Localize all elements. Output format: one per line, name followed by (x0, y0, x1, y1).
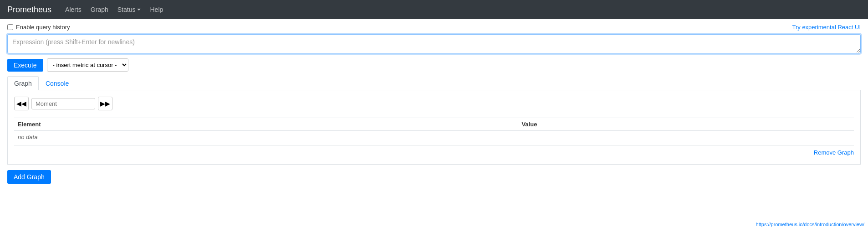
tabs: Graph Console (7, 76, 861, 90)
table-body: no data (14, 131, 854, 144)
enable-history-checkbox[interactable] (7, 24, 13, 30)
no-data-value-cell (518, 131, 854, 144)
table-row: no data (14, 131, 854, 144)
nav-alerts[interactable]: Alerts (61, 0, 86, 19)
metric-select[interactable]: - insert metric at cursor - (47, 58, 128, 72)
chevron-down-icon (137, 9, 141, 10)
navbar: Prometheus Alerts Graph Status Help (0, 0, 868, 19)
column-element: Element (14, 118, 518, 131)
time-back-button[interactable]: ◀◀ (14, 97, 29, 110)
remove-graph-link[interactable]: Remove Graph (814, 149, 854, 156)
double-right-icon: ▶▶ (100, 100, 110, 107)
time-forward-button[interactable]: ▶▶ (98, 97, 112, 110)
execute-button[interactable]: Execute (7, 59, 43, 72)
nav-graph[interactable]: Graph (86, 0, 113, 19)
add-graph-section: Add Graph (7, 170, 861, 184)
add-graph-button[interactable]: Add Graph (7, 170, 51, 184)
tab-graph[interactable]: Graph (7, 76, 39, 90)
top-bar: Enable query history Try experimental Re… (7, 24, 861, 31)
nav-status-label: Status (117, 6, 136, 13)
moment-input[interactable] (31, 98, 95, 109)
try-react-ui-link[interactable]: Try experimental React UI (792, 24, 861, 31)
column-value: Value (518, 118, 854, 131)
enable-history-text: Enable query history (16, 24, 70, 31)
graph-panel: ◀◀ ▶▶ Element Value no data (7, 90, 861, 165)
main-content: Enable query history Try experimental Re… (0, 19, 868, 188)
table-header-row: Element Value (14, 118, 854, 131)
data-table: Element Value no data (14, 118, 854, 143)
execute-row: Execute - insert metric at cursor - (7, 58, 861, 72)
nav-help[interactable]: Help (145, 0, 168, 19)
nav-status-dropdown[interactable]: Status (113, 6, 146, 13)
expression-input[interactable] (7, 34, 861, 53)
enable-history-label[interactable]: Enable query history (7, 24, 70, 31)
double-left-icon: ◀◀ (16, 100, 26, 107)
no-data-cell: no data (14, 131, 518, 144)
navbar-brand: Prometheus (7, 5, 51, 15)
time-controls: ◀◀ ▶▶ (14, 97, 854, 110)
tab-console[interactable]: Console (39, 76, 76, 90)
table-header: Element Value (14, 118, 854, 131)
bottom-bar: Remove Graph (14, 145, 854, 158)
